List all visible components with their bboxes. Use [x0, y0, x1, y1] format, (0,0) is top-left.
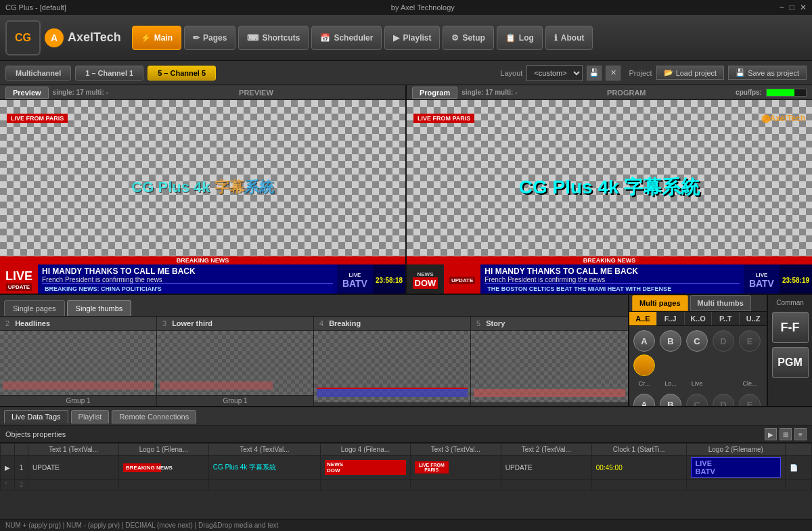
bottom-section: Single pages Single thumbs 2 Headlines G… [0, 295, 812, 531]
multi-btn-c1[interactable]: C [686, 330, 708, 352]
program-clock: 23:58:19 [780, 264, 812, 294]
playlist-icon: ▶ [393, 33, 399, 43]
alpha-tab-pt[interactable]: P..T [712, 312, 740, 325]
nav-about-button[interactable]: ℹ About [545, 26, 593, 50]
story-canvas[interactable] [471, 331, 628, 402]
alpha-tabs: A..E F..J K..O P..T U..Z [629, 312, 767, 326]
cell-logo2: LIVEBATV [686, 456, 785, 480]
nav-scheduler-button[interactable]: 📅 Scheduler [311, 26, 382, 50]
col-logo4-header: Logo 4 (Filena... [321, 444, 411, 456]
ff-button[interactable]: F-F [772, 312, 809, 343]
alpha-tab-ae[interactable]: A..E [629, 312, 657, 325]
multi-pages-tab[interactable]: Multi pages [632, 295, 688, 311]
playlist-tab[interactable]: Playlist [71, 410, 110, 423]
star-c2 [119, 480, 209, 490]
col-text4-header: Text 4 (TextVal... [208, 444, 320, 456]
restore-button[interactable]: □ [790, 3, 794, 12]
data-table: Text 1 (TextVal... Logo 1 (Filena... Tex… [0, 443, 812, 490]
play-icon-btn[interactable]: ▶ [765, 428, 777, 440]
grid-icon-btn[interactable]: ⊞ [780, 428, 792, 440]
title-bar: CG Plus - [default] by Axel Technology −… [0, 0, 812, 15]
alpha-tab-fj[interactable]: F..J [657, 312, 685, 325]
channel5-button[interactable]: 5 – Channel 5 [148, 66, 216, 80]
row-play[interactable]: ▶ [1, 456, 15, 480]
program-news-badge: NEWS DOW [407, 264, 444, 294]
cell-text3: LIVE FROMPARIS [410, 456, 501, 480]
breaking-canvas[interactable] [314, 331, 470, 402]
program-ticker: NEWS DOW UPDATE HI MANDY THANKS TO CALL … [407, 264, 812, 294]
star-c1 [28, 480, 119, 490]
col-text3-header: Text 3 (TextVal... [410, 444, 501, 456]
story-bar [474, 389, 625, 397]
save-project-button[interactable]: 💾 Save as project [728, 66, 807, 80]
multi-btn-a2[interactable]: A [633, 394, 655, 406]
setup-icon: ⚙ [451, 33, 459, 43]
program-breaking-bar: BREAKING NEWS [407, 256, 812, 264]
brand-label: by Axel Technology [391, 3, 455, 11]
main-icon: ⚡ [141, 33, 151, 43]
breaking-news-mini: BREAKING NEWS [123, 463, 161, 472]
layout-clear-icon[interactable]: ✕ [606, 66, 621, 80]
lowerthird-canvas[interactable] [157, 331, 313, 395]
live-data-tags-tab[interactable]: Live Data Tags [4, 410, 68, 423]
program-live-from-paris: LIVE FROM PARIS [413, 114, 474, 123]
multi-btn-d1[interactable]: D [713, 330, 734, 352]
menu-icon-btn[interactable]: ≡ [794, 428, 807, 440]
cell-text2: UPDATE [501, 456, 591, 480]
cell-text4: CG Plus 4k 字幕系統 [208, 456, 320, 480]
nav-setup-button[interactable]: ⚙ Setup [443, 26, 493, 50]
preview-tab[interactable]: Preview [5, 87, 49, 99]
multi-thumbs-tab[interactable]: Multi thumbs [690, 295, 751, 311]
preview-clock: 23:58:18 [373, 264, 405, 294]
star-c5 [410, 480, 501, 490]
breaking-header: 4 Breaking [314, 317, 470, 331]
lowerthird-bar [160, 382, 273, 390]
nav-playlist-button[interactable]: ▶ Playlist [384, 26, 440, 50]
multi-btn-d2[interactable]: D [713, 394, 734, 406]
headlines-column: 2 Headlines Group 1 [0, 317, 157, 406]
headlines-canvas[interactable] [0, 331, 156, 395]
row-num: 1 [15, 456, 28, 480]
minimize-button[interactable]: − [780, 3, 784, 12]
single-thumbs-tab[interactable]: Single thumbs [67, 300, 132, 316]
nav-log-button[interactable]: 📋 Log [497, 26, 543, 50]
layout-select[interactable]: <custom> [526, 65, 583, 81]
load-project-button[interactable]: 📂 Load project [656, 66, 725, 80]
newsdow-mini: NEWSDOW [325, 460, 406, 475]
multi-btn-b2[interactable]: B [660, 394, 681, 406]
close-button[interactable]: ✕ [800, 3, 807, 12]
nav-main-button[interactable]: ⚡ Main [132, 26, 181, 50]
alpha-tab-uz[interactable]: U..Z [740, 312, 767, 325]
navbar: CG A AxelTech ⚡ Main ✏ Pages ⌨ Shortcuts… [0, 15, 812, 61]
thumbnail-grid: 2 Headlines Group 1 3 Lower third [0, 317, 628, 406]
program-tab[interactable]: Program [412, 87, 457, 99]
axeltech-logo: A AxelTech [45, 28, 121, 47]
data-tabs: Live Data Tags Playlist Remote Connectio… [0, 407, 812, 426]
remote-connections-tab[interactable]: Remote Connections [112, 410, 196, 423]
multi-btn-orange1[interactable] [633, 354, 655, 376]
objects-properties-header: Objects properties ▶ ⊞ ≡ [0, 426, 812, 443]
multi-btn-e1[interactable]: E [739, 330, 761, 352]
lowerthird-header: 3 Lower third [157, 317, 313, 331]
alpha-tab-ko[interactable]: K..O [685, 312, 713, 325]
single-pages-tab[interactable]: Single pages [4, 300, 65, 316]
preview-text-overlay: CG Plus 4k 字幕系統 [131, 177, 273, 198]
breaking-column: 4 Breaking [314, 317, 471, 406]
multi-btn-c2[interactable]: C [686, 394, 708, 406]
multi-btn-b1[interactable]: B [660, 330, 681, 352]
axel-icon: A [45, 28, 64, 47]
nav-shortcuts-button[interactable]: ⌨ Shortcuts [238, 26, 309, 50]
cell-extra[interactable]: 📄 [786, 456, 812, 480]
multi-btn-a1[interactable]: A [633, 330, 655, 352]
multichannel-button[interactable]: Multichannel [5, 66, 71, 80]
left-panel: Single pages Single thumbs 2 Headlines G… [0, 295, 629, 406]
layout-save-icon[interactable]: 💾 [587, 66, 602, 80]
channel1-button[interactable]: 1 – Channel 1 [75, 66, 143, 80]
table-header-row: Text 1 (TextVal... Logo 1 (Filena... Tex… [1, 444, 812, 456]
pgm-button[interactable]: PGM [772, 347, 809, 378]
preview-live-badge: LIVE UPDATE [0, 264, 38, 294]
nav-pages-button[interactable]: ✏ Pages [184, 26, 235, 50]
star-c9 [786, 480, 812, 490]
lowerthird-footer: Group 1 [157, 395, 313, 406]
multi-btn-e2[interactable]: E [739, 394, 761, 406]
